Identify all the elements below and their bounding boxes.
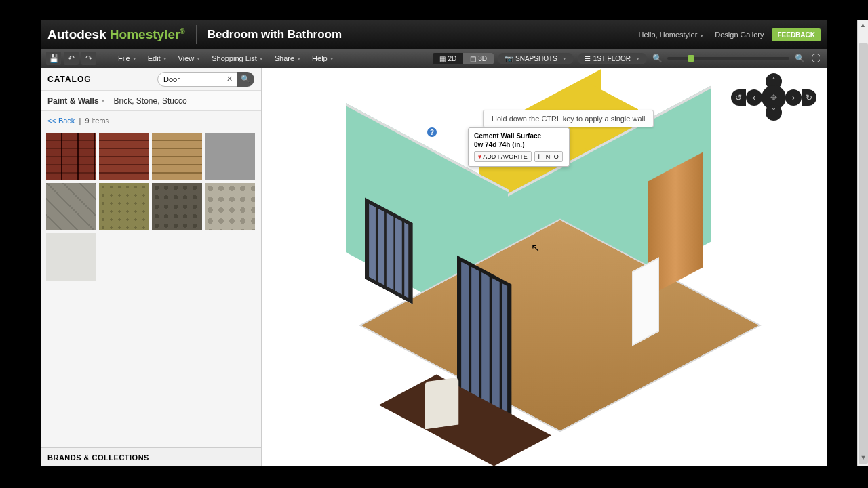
search-wrap: ✕ 🔍 — [157, 72, 254, 87]
swatch-brick-red-1[interactable] — [46, 133, 96, 180]
cube-icon: ◫ — [470, 55, 476, 62]
scroll-down-icon[interactable]: ▼ — [859, 454, 868, 464]
title-bar: Autodesk Homestyler® Bedroom with Bathro… — [41, 20, 827, 49]
item-count: 9 items — [85, 117, 108, 125]
user-greeting[interactable]: Hello, Homestyler▼ — [639, 30, 705, 39]
floor-selector[interactable]: ☰1ST FLOOR▼ — [578, 53, 647, 64]
zoom-out-icon[interactable]: 🔍 — [651, 52, 663, 64]
door-white[interactable] — [632, 257, 659, 346]
menu-items: File▼ Edit▼ View▼ Shopping List▼ Share▼ … — [113, 54, 340, 62]
menu-shopping-list[interactable]: Shopping List▼ — [206, 54, 269, 62]
crumb-brick-stone[interactable]: Brick, Stone, Stucco — [114, 96, 187, 106]
design-canvas[interactable]: ↺ ‹ ˄ ✥ › ↻ ˅ Hold down the CTRL key to … — [262, 68, 827, 466]
scroll-up-icon[interactable]: ▲ — [859, 22, 868, 31]
window-scrollbar[interactable]: ▲ ▼ — [857, 20, 868, 466]
rotate-right-button[interactable]: ↻ — [802, 89, 816, 106]
undo-icon[interactable]: ↶ — [64, 52, 79, 65]
info-button[interactable]: i INFO — [534, 151, 563, 162]
redo-icon[interactable]: ↷ — [81, 52, 96, 65]
chevron-down-icon: ▼ — [101, 98, 106, 103]
help-icon[interactable]: ? — [427, 127, 437, 137]
app-body: CATALOG ✕ 🔍 Paint & Walls ▼ Brick, Stone… — [41, 68, 827, 466]
brand-reg: ® — [180, 28, 184, 35]
design-gallery-link[interactable]: Design Gallery — [715, 30, 764, 39]
swatch-cement[interactable] — [205, 133, 255, 180]
menu-share[interactable]: Share▼ — [269, 54, 307, 62]
menu-help[interactable]: Help▼ — [307, 54, 340, 62]
swatch-stone-1[interactable] — [46, 183, 96, 230]
swatch-brick-red-2[interactable] — [99, 133, 149, 180]
search-icon: 🔍 — [241, 75, 250, 83]
menu-view[interactable]: View▼ — [173, 54, 207, 62]
add-favorite-button[interactable]: ♥ADD FAVORITE — [474, 151, 532, 162]
menu-file[interactable]: File▼ — [113, 54, 142, 62]
rotate-left-button[interactable]: ↺ — [731, 89, 746, 106]
breadcrumb: Paint & Walls ▼ Brick, Stone, Stucco — [41, 91, 261, 111]
armchair[interactable] — [425, 377, 458, 429]
swatch-brick-tan[interactable] — [152, 133, 202, 180]
swatch-grid — [41, 130, 261, 283]
search-button[interactable]: 🔍 — [237, 72, 254, 87]
clear-search-icon[interactable]: ✕ — [226, 75, 233, 83]
zoom-thumb[interactable] — [688, 55, 694, 62]
swatch-stone-4[interactable] — [205, 183, 255, 230]
app-window: Autodesk Homestyler® Bedroom with Bathro… — [41, 20, 827, 466]
scroll-thumb[interactable] — [859, 43, 868, 464]
feedback-button[interactable]: FEEDBACK — [772, 28, 821, 41]
brand-logo: Autodesk Homestyler® — [47, 27, 185, 42]
swatch-stone-3[interactable] — [152, 183, 202, 230]
pan-left-button[interactable]: ‹ — [746, 89, 762, 106]
crumb-paint-walls[interactable]: Paint & Walls ▼ — [47, 96, 106, 106]
chevron-down-icon: ▼ — [699, 33, 704, 38]
camera-icon: 📷 — [505, 55, 513, 62]
nav-compass: ↺ ‹ ˄ ✥ › ↻ ˅ — [736, 77, 811, 118]
project-title: Bedroom with Bathroom — [208, 28, 342, 41]
swatch-stone-2[interactable] — [99, 183, 149, 230]
pan-right-button[interactable]: › — [785, 89, 802, 106]
layers-icon: ☰ — [585, 55, 591, 62]
popover-title: Cement Wall Surface — [474, 132, 564, 140]
save-icon[interactable]: 💾 — [46, 52, 61, 65]
catalog-sidebar: CATALOG ✕ 🔍 Paint & Walls ▼ Brick, Stone… — [41, 68, 262, 466]
menu-edit[interactable]: Edit▼ — [142, 54, 173, 62]
grid-icon: ▦ — [439, 55, 446, 62]
catalog-header: CATALOG ✕ 🔍 — [41, 68, 261, 91]
info-icon: i — [538, 153, 540, 160]
brand-homestyler: Homestyler — [110, 27, 180, 41]
catalog-title: CATALOG — [47, 75, 92, 84]
snapshots-button[interactable]: 📷SNAPSHOTS▼ — [498, 53, 574, 64]
pan-down-button[interactable]: ˅ — [766, 104, 782, 121]
popover-dimensions: 0w 74d 74h (in.) — [474, 141, 564, 148]
view-toggle: ▦2D ◫3D — [433, 53, 494, 64]
brand-autodesk: Autodesk — [47, 27, 106, 41]
heart-icon: ♥ — [478, 153, 481, 160]
zoom-slider[interactable] — [667, 57, 789, 60]
fullscreen-icon[interactable]: ⛶ — [810, 52, 822, 64]
brands-collections-bar[interactable]: BRANDS & COLLECTIONS — [41, 447, 261, 466]
right-toolbar: ▦2D ◫3D 📷SNAPSHOTS▼ ☰1ST FLOOR▼ 🔍 🔍 ⛶ — [433, 52, 822, 64]
back-link[interactable]: << Back — [47, 117, 75, 125]
menu-bar: 💾 ↶ ↷ File▼ Edit▼ View▼ Shopping List▼ S… — [41, 49, 827, 68]
zoom-in-icon[interactable]: 🔍 — [793, 52, 806, 64]
view-3d-button[interactable]: ◫3D — [463, 53, 494, 64]
material-popover: Cement Wall Surface 0w 74d 74h (in.) ♥AD… — [468, 127, 570, 167]
divider — [196, 25, 197, 44]
catalog-subheader: << Back | 9 items — [41, 111, 261, 130]
hint-tooltip: Hold down the CTRL key to apply a single… — [483, 110, 654, 127]
view-2d-button[interactable]: ▦2D — [433, 53, 463, 64]
swatch-stone-5[interactable] — [46, 233, 96, 281]
